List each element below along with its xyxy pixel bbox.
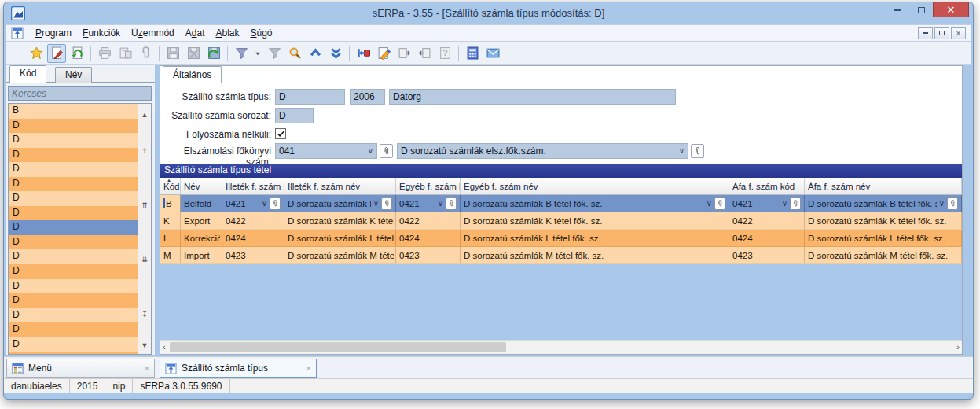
scroll-pagedown-icon[interactable]: ⇊ [138, 256, 151, 263]
accept-next-button[interactable] [326, 44, 345, 63]
chevron-down-icon[interactable]: ∨ [782, 199, 787, 208]
list-item[interactable]: D [9, 293, 138, 308]
grid-cell[interactable]: D sorozatú számlák L tétel fők. sz. [461, 230, 729, 246]
scrollbar-thumb[interactable] [170, 342, 506, 352]
tipus-name-field[interactable]: Datorg [389, 89, 676, 105]
scroll-pageup-icon[interactable]: ⇈ [138, 202, 151, 209]
grid-cell[interactable]: L [160, 230, 181, 246]
column-header-2[interactable]: Illeték f. szám kód [222, 178, 284, 194]
navigate-prev-button[interactable] [306, 44, 325, 63]
search-button[interactable] [285, 44, 304, 63]
paperclip-button[interactable] [446, 197, 457, 210]
filter-button[interactable] [232, 44, 251, 63]
grid-cell[interactable]: D sorozatú számlák L tétel fők. sz. [805, 230, 962, 246]
edit-record-button[interactable] [47, 44, 66, 63]
list-item[interactable]: D [9, 322, 138, 337]
paperclip-button[interactable] [947, 197, 958, 210]
next-window-button[interactable] [395, 44, 413, 63]
chevron-down-icon[interactable]: ∨ [368, 146, 373, 155]
elszamolasi-name-combo[interactable]: D sorozatú számlák elsz.fők.szám. ∨ [397, 143, 688, 159]
chevron-down-icon[interactable]: ∨ [262, 199, 267, 208]
list-item[interactable]: D [9, 308, 138, 323]
chevron-down-icon[interactable]: ∨ [939, 199, 945, 208]
sidebar-tab-név[interactable]: Név [55, 67, 92, 83]
tab-altalanos[interactable]: Általános [163, 66, 222, 83]
send-mail-button[interactable] [483, 44, 502, 63]
grid-cell[interactable]: D sorozatú számlák B tétel fők. sz.∨ [805, 195, 962, 212]
column-header-0[interactable]: ▲Kód [160, 178, 181, 194]
calculator-button[interactable] [463, 44, 482, 63]
grid-cell-focused[interactable]: B [160, 195, 181, 212]
grid-cell[interactable]: Export [181, 212, 222, 229]
column-header-5[interactable]: Egyéb f. szám név [461, 178, 729, 194]
scroll-down-icon[interactable]: ▼ [138, 342, 151, 349]
close-form-button[interactable] [354, 44, 373, 63]
paperclip-button[interactable] [714, 197, 725, 210]
dock-tab-menu[interactable]: Menü × [6, 359, 155, 378]
scroll-left-icon[interactable]: ‹ [163, 342, 166, 352]
menu-adat[interactable]: Adat [180, 26, 211, 40]
grid-cell[interactable]: D sorozatú számlák L tétel fők. sz. [284, 230, 396, 246]
chevron-down-icon[interactable]: ∨ [373, 199, 379, 208]
sidebar-tab-kód[interactable]: Kód [9, 65, 46, 83]
list-item[interactable]: D [9, 206, 138, 221]
prev-window-button[interactable] [415, 44, 434, 63]
list-item[interactable]: D [9, 249, 138, 264]
grid-cell[interactable]: 0424 [222, 230, 284, 246]
column-header-6[interactable]: Áfa f. szám kód [729, 178, 805, 194]
list-item[interactable]: D [9, 148, 138, 163]
list-item[interactable]: D [9, 119, 138, 134]
grid-cell[interactable]: 0421∨ [396, 195, 461, 212]
table-row[interactable]: KExport0422D sorozatú számlák K tétel fő… [160, 212, 962, 230]
list-item[interactable]: D [9, 220, 138, 235]
grid-cell[interactable]: 0421∨ [729, 195, 805, 212]
grid-cell[interactable]: D sorozatú számlák K tétel fők. sz. [805, 212, 962, 229]
filter-options-button[interactable] [252, 44, 263, 63]
grid-cell[interactable]: 0423 [396, 247, 461, 263]
maximize-button[interactable] [909, 2, 933, 17]
paperclip-button[interactable] [270, 197, 281, 210]
table-row[interactable]: BBelföld0421∨D sorozatú számlák B tétel … [160, 195, 962, 212]
list-item[interactable]: D [9, 264, 138, 279]
grid-cell[interactable]: 0422 [729, 212, 805, 229]
chevron-down-icon[interactable]: ∨ [438, 199, 443, 208]
grid-cell[interactable]: 0424 [729, 230, 805, 246]
modify-data-button[interactable] [374, 44, 393, 63]
paperclip-button[interactable] [790, 197, 801, 210]
list-item[interactable]: D [9, 191, 138, 206]
dock-tab-szallito-szamla-tipus[interactable]: Szállító számla típus × [160, 359, 317, 378]
scroll-first-icon[interactable]: ↥ [138, 148, 151, 155]
close-button[interactable]: ✕ [933, 2, 969, 17]
clear-filter-button[interactable] [265, 44, 284, 63]
grid-cell[interactable]: Belföld [181, 195, 222, 212]
child-restore-button[interactable] [934, 27, 949, 39]
grid-cell[interactable]: D sorozatú számlák M tétel fők. sz. [284, 247, 396, 263]
close-icon[interactable]: × [145, 363, 149, 373]
grid-cell[interactable]: D sorozatú számlák B tétel fők. sz.∨ [284, 195, 396, 212]
list-item[interactable]: B [9, 104, 138, 119]
scroll-last-icon[interactable]: ↧ [138, 311, 151, 319]
sorozat-field[interactable]: D [275, 108, 314, 123]
grid-cell[interactable]: 0423 [222, 247, 284, 263]
save-refresh-button[interactable] [204, 44, 223, 63]
tipus-code-field[interactable]: D [275, 89, 345, 105]
tipus-year-field[interactable]: 2006 [350, 89, 385, 105]
grid-cell[interactable]: K [160, 212, 181, 229]
grid-cell[interactable]: D sorozatú számlák M tétel fők. sz. [805, 247, 962, 263]
grid-cell[interactable]: M [160, 247, 181, 263]
paperclip-button[interactable] [381, 197, 392, 210]
grid-cell[interactable]: 0423 [729, 247, 805, 263]
grid-cell[interactable]: 0422 [222, 212, 284, 229]
grid-cell[interactable]: 0421∨ [222, 195, 284, 212]
grid-cell[interactable]: Korrekció [181, 230, 222, 246]
grid-cell[interactable]: D sorozatú számlák K tétel fők. sz. [284, 212, 396, 229]
list-item[interactable]: D [9, 162, 138, 177]
column-header-4[interactable]: Egyéb f. szám kód [396, 178, 461, 194]
grid-cell[interactable]: D sorozatú számlák K tétel fők. sz. [461, 212, 729, 229]
elszamolasi-code-combo[interactable]: 041 ∨ [275, 143, 377, 159]
folyoszamla-checkbox[interactable] [275, 128, 286, 139]
close-icon[interactable]: × [306, 363, 311, 373]
paperclip-button[interactable] [380, 144, 393, 158]
child-minimize-button[interactable] [918, 27, 933, 39]
grid-cell[interactable]: Import [181, 247, 222, 263]
